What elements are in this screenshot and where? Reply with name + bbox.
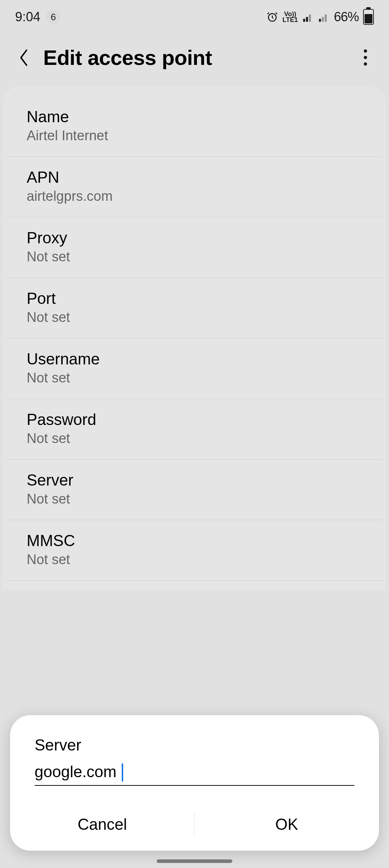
row-label: Name	[27, 108, 362, 126]
row-value: Airtel Internet	[27, 128, 362, 143]
row-label: MMSC	[27, 532, 362, 550]
dialog-title: Server	[10, 736, 379, 763]
back-button[interactable]	[13, 47, 35, 68]
gesture-nav-handle[interactable]	[157, 859, 232, 863]
network-type-icon: Vo)) LTE1	[282, 11, 298, 23]
text-cursor	[122, 763, 123, 781]
signal-sim2-icon	[318, 11, 330, 23]
settings-list: Name Airtel Internet APN airtelgprs.com …	[3, 87, 386, 590]
signal-sim1-icon	[302, 11, 314, 23]
app-header: Edit access point	[0, 27, 389, 83]
row-label: Username	[27, 350, 362, 368]
ok-button[interactable]: OK	[194, 803, 379, 846]
apn-username-row[interactable]: Username Not set	[6, 338, 383, 399]
apn-port-row[interactable]: Port Not set	[6, 278, 383, 338]
server-input[interactable]	[35, 763, 354, 781]
dialog-input-wrap[interactable]	[35, 763, 354, 786]
status-bar-left: 9:04 6	[15, 9, 61, 25]
dialog-actions: Cancel OK	[10, 803, 379, 846]
notification-count-badge: 6	[46, 10, 61, 24]
row-label: Proxy	[27, 229, 362, 247]
battery-percentage-text: 66%	[334, 9, 359, 25]
page-title: Edit access point	[43, 45, 212, 70]
row-value: Not set	[27, 249, 362, 265]
row-value: Not set	[27, 310, 362, 325]
apn-password-row[interactable]: Password Not set	[6, 399, 383, 460]
partial-next-row	[3, 581, 386, 590]
row-value: Not set	[27, 491, 362, 507]
apn-apn-row[interactable]: APN airtelgprs.com	[6, 157, 383, 217]
status-bar-right: Vo)) LTE1 66%	[267, 9, 374, 25]
apn-mmsc-row[interactable]: MMSC Not set	[6, 520, 383, 581]
row-value: Not set	[27, 370, 362, 386]
row-value: Not set	[27, 431, 362, 446]
row-value: airtelgprs.com	[27, 189, 362, 204]
row-label: APN	[27, 168, 362, 186]
status-bar: 9:04 6 Vo)) LTE1 66%	[0, 0, 389, 27]
battery-icon	[363, 9, 374, 25]
row-value: Not set	[27, 552, 362, 567]
row-label: Server	[27, 471, 362, 489]
apn-proxy-row[interactable]: Proxy Not set	[6, 217, 383, 278]
cancel-button[interactable]: Cancel	[10, 803, 194, 846]
apn-name-row[interactable]: Name Airtel Internet	[6, 96, 383, 157]
server-edit-dialog: Server Cancel OK	[10, 715, 379, 851]
clock-text: 9:04	[15, 9, 40, 25]
alarm-icon	[267, 11, 278, 23]
more-options-button[interactable]	[354, 47, 376, 68]
apn-server-row[interactable]: Server Not set	[6, 460, 383, 520]
row-label: Password	[27, 411, 362, 429]
row-label: Port	[27, 289, 362, 307]
